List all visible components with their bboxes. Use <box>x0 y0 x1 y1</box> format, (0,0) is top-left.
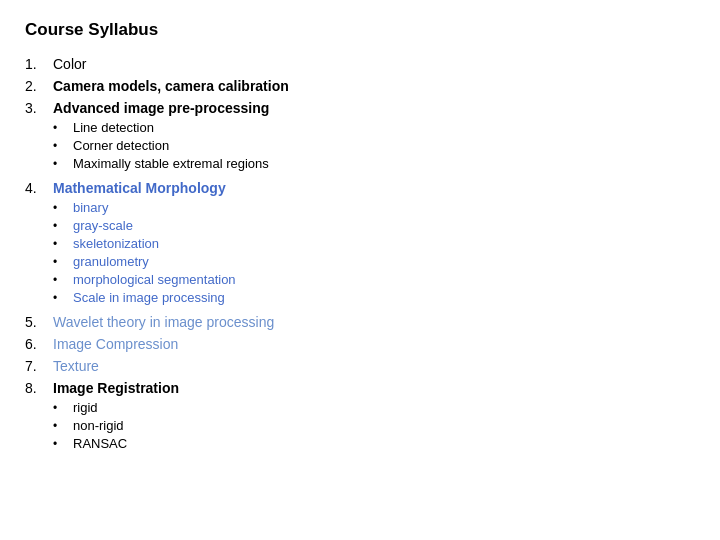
list-number: 1. <box>25 56 53 72</box>
list-number: 3. <box>25 100 53 116</box>
list-number: 4. <box>25 180 53 196</box>
list-label: Image Compression <box>53 336 178 352</box>
sub-list: •binary•gray-scale•skeletonization•granu… <box>53 200 236 308</box>
list-item: 8.Image Registration•rigid•non-rigid•RAN… <box>25 380 695 454</box>
list-label: Color <box>53 56 86 72</box>
list-label: Advanced image pre-processing <box>53 100 269 116</box>
item-content: Camera models, camera calibration <box>53 78 289 94</box>
sub-label: skeletonization <box>73 236 159 251</box>
list-item: 5.Wavelet theory in image processing <box>25 314 695 330</box>
list-item: 7.Texture <box>25 358 695 374</box>
sub-list-item: •binary <box>53 200 236 215</box>
list-label: Image Registration <box>53 380 179 396</box>
item-content: Image Compression <box>53 336 178 352</box>
list-item: 6.Image Compression <box>25 336 695 352</box>
list-item: 2.Camera models, camera calibration <box>25 78 695 94</box>
bullet-icon: • <box>53 254 73 269</box>
list-item: 3.Advanced image pre-processing•Line det… <box>25 100 695 174</box>
list-item: 1.Color <box>25 56 695 72</box>
sub-list: •rigid•non-rigid•RANSAC <box>53 400 179 454</box>
sub-label: binary <box>73 200 108 215</box>
item-content: Texture <box>53 358 99 374</box>
sub-label: Line detection <box>73 120 154 135</box>
sub-label: Corner detection <box>73 138 169 153</box>
sub-label: Maximally stable extremal regions <box>73 156 269 171</box>
list-label: Camera models, camera calibration <box>53 78 289 94</box>
bullet-icon: • <box>53 272 73 287</box>
sub-list-item: •Maximally stable extremal regions <box>53 156 269 171</box>
bullet-icon: • <box>53 290 73 305</box>
sub-list-item: •gray-scale <box>53 218 236 233</box>
sub-list-item: •skeletonization <box>53 236 236 251</box>
sub-label: granulometry <box>73 254 149 269</box>
page-title: Course Syllabus <box>25 20 695 40</box>
sub-label: non-rigid <box>73 418 124 433</box>
sub-list-item: •Line detection <box>53 120 269 135</box>
sub-label: morphological segmentation <box>73 272 236 287</box>
bullet-icon: • <box>53 156 73 171</box>
sub-list-item: •morphological segmentation <box>53 272 236 287</box>
sub-list-item: •rigid <box>53 400 179 415</box>
sub-list-item: •non-rigid <box>53 418 179 433</box>
list-number: 5. <box>25 314 53 330</box>
sub-list-item: •RANSAC <box>53 436 179 451</box>
list-label: Wavelet theory in image processing <box>53 314 274 330</box>
list-number: 6. <box>25 336 53 352</box>
list-label: Texture <box>53 358 99 374</box>
sub-list-item: •Scale in image processing <box>53 290 236 305</box>
sub-list-item: •granulometry <box>53 254 236 269</box>
item-content: Image Registration•rigid•non-rigid•RANSA… <box>53 380 179 454</box>
sub-label: rigid <box>73 400 98 415</box>
list-number: 8. <box>25 380 53 396</box>
sub-label: gray-scale <box>73 218 133 233</box>
list-label: Mathematical Morphology <box>53 180 236 196</box>
bullet-icon: • <box>53 418 73 433</box>
sub-list-item: •Corner detection <box>53 138 269 153</box>
bullet-icon: • <box>53 236 73 251</box>
sub-list: •Line detection•Corner detection•Maximal… <box>53 120 269 174</box>
bullet-icon: • <box>53 218 73 233</box>
item-content: Wavelet theory in image processing <box>53 314 274 330</box>
bullet-icon: • <box>53 436 73 451</box>
syllabus-list: 1.Color2.Camera models, camera calibrati… <box>25 56 695 454</box>
sub-label: RANSAC <box>73 436 127 451</box>
list-item: 4.Mathematical Morphology•binary•gray-sc… <box>25 180 695 308</box>
item-content: Mathematical Morphology•binary•gray-scal… <box>53 180 236 308</box>
list-number: 2. <box>25 78 53 94</box>
item-content: Color <box>53 56 86 72</box>
bullet-icon: • <box>53 138 73 153</box>
item-content: Advanced image pre-processing•Line detec… <box>53 100 269 174</box>
list-number: 7. <box>25 358 53 374</box>
bullet-icon: • <box>53 120 73 135</box>
bullet-icon: • <box>53 400 73 415</box>
bullet-icon: • <box>53 200 73 215</box>
sub-label: Scale in image processing <box>73 290 225 305</box>
